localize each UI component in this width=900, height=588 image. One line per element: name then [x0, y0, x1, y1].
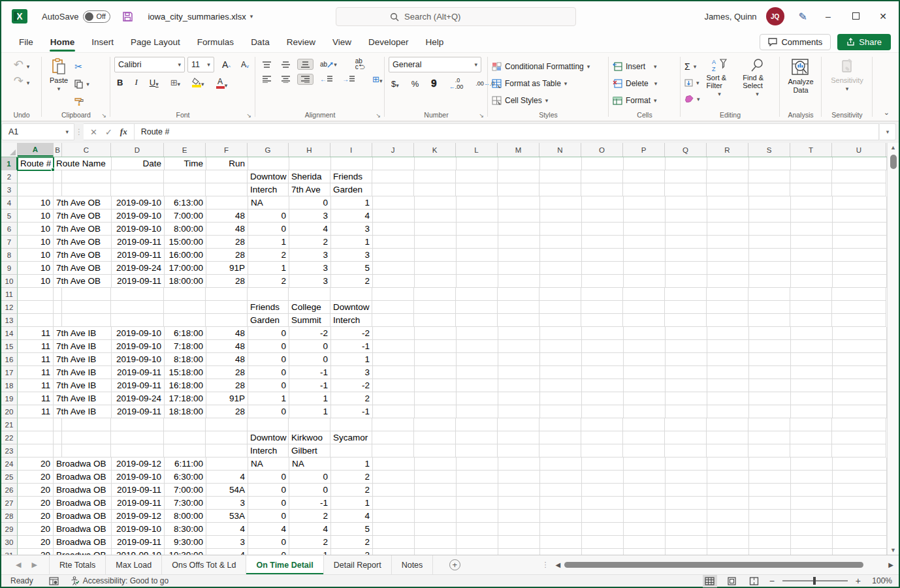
cell-Q11[interactable] — [665, 288, 707, 301]
cell-Q23[interactable] — [665, 444, 707, 457]
cell-T14[interactable] — [791, 327, 833, 340]
tab-insert[interactable]: Insert — [83, 33, 122, 51]
cell-L20[interactable] — [457, 405, 498, 418]
cell-R28[interactable] — [707, 510, 749, 523]
cell-T18[interactable] — [791, 379, 833, 392]
cell-A9[interactable]: 10 — [18, 262, 54, 275]
cell-F23[interactable] — [206, 444, 248, 457]
cell-P10[interactable] — [624, 275, 666, 288]
cell-U22[interactable] — [832, 431, 886, 444]
clipboard-dialog-launcher[interactable]: ↘ — [101, 112, 106, 119]
row-header-18[interactable]: 18 — [1, 379, 18, 392]
cell-C2[interactable] — [62, 170, 111, 183]
cell-K26[interactable] — [415, 484, 457, 497]
cell-D1[interactable]: Date — [112, 157, 165, 170]
cell-N20[interactable] — [540, 405, 582, 418]
cell-T8[interactable] — [791, 249, 833, 262]
sheet-tab-detail-report[interactable]: Detail Report — [324, 555, 392, 574]
cell-N29[interactable] — [540, 523, 582, 536]
cell-B14[interactable]: 7th Ave IB — [54, 327, 112, 340]
font-color-button[interactable]: A ▾ — [214, 75, 231, 90]
cell-M24[interactable] — [498, 457, 540, 471]
cell-T9[interactable] — [791, 262, 833, 275]
font-dialog-launcher[interactable]: ↘ — [246, 112, 251, 119]
cell-A22[interactable] — [18, 431, 54, 444]
cell-N19[interactable] — [540, 392, 582, 405]
conditional-formatting-button[interactable]: Conditional Formatting▾ — [492, 59, 605, 73]
cell-Q28[interactable] — [666, 510, 707, 523]
cell-D5[interactable]: 2019-09-10 — [112, 209, 165, 223]
cell-H18[interactable]: -1 — [289, 379, 331, 392]
row-header-26[interactable]: 26 — [1, 484, 18, 497]
cell-H16[interactable]: 0 — [289, 353, 331, 366]
cell-S19[interactable] — [749, 392, 791, 405]
cell-D28[interactable]: 2019-09-12 — [112, 510, 165, 523]
cell-S27[interactable] — [749, 497, 791, 510]
cell-R11[interactable] — [707, 288, 748, 301]
cell-S17[interactable] — [749, 366, 791, 379]
cell-T6[interactable] — [791, 223, 833, 236]
cell-G19[interactable]: 1 — [248, 392, 289, 405]
cell-O1[interactable] — [582, 157, 624, 170]
cell-R9[interactable] — [707, 262, 749, 275]
increase-decimal-button[interactable]: ←.0.00 — [447, 76, 466, 91]
cell-D2[interactable] — [111, 170, 164, 183]
increase-indent-button[interactable]: → — [340, 74, 358, 84]
font-size-select[interactable]: 11▾ — [187, 57, 214, 72]
cell-D13[interactable] — [111, 314, 164, 327]
cell-N15[interactable] — [540, 340, 582, 353]
cell-E2[interactable] — [164, 170, 206, 183]
cell-H21[interactable] — [289, 418, 330, 431]
cell-F9[interactable]: 91P — [206, 262, 248, 275]
cell-U28[interactable] — [833, 510, 887, 523]
cell-E13[interactable] — [164, 314, 206, 327]
cell-P20[interactable] — [624, 405, 666, 418]
cell-G3[interactable]: Interch — [248, 183, 289, 196]
close-button[interactable]: ✕ — [876, 11, 890, 22]
cell-I24[interactable]: 1 — [331, 457, 373, 471]
cell-R5[interactable] — [707, 209, 749, 223]
cell-P14[interactable] — [624, 327, 666, 340]
cell-R22[interactable] — [707, 431, 748, 444]
cell-G2[interactable]: Downtow — [248, 170, 289, 183]
normal-view-button[interactable] — [703, 575, 717, 587]
cell-R27[interactable] — [707, 497, 749, 510]
cell-K4[interactable] — [415, 196, 457, 209]
cell-S5[interactable] — [749, 209, 791, 223]
cell-I28[interactable]: 4 — [331, 510, 373, 523]
cell-Q14[interactable] — [666, 327, 707, 340]
cell-I4[interactable]: 1 — [331, 196, 373, 209]
row-header-10[interactable]: 10 — [1, 275, 18, 288]
cell-M22[interactable] — [498, 431, 539, 444]
cell-K17[interactable] — [415, 366, 457, 379]
column-header-N[interactable]: N — [539, 143, 581, 157]
cell-Q12[interactable] — [665, 301, 707, 314]
accounting-format-button[interactable]: $ ▾ — [389, 78, 402, 90]
cell-A21[interactable] — [18, 418, 54, 431]
alignment-dialog-launcher[interactable]: ↘ — [376, 112, 381, 119]
cell-G4[interactable]: NA — [248, 196, 289, 209]
cell-Q19[interactable] — [666, 392, 707, 405]
cell-G29[interactable]: 4 — [248, 523, 289, 536]
cell-B29[interactable]: Broadwa OB — [54, 523, 112, 536]
cell-Q1[interactable] — [666, 157, 707, 170]
row-header-31[interactable]: 31 — [1, 549, 18, 555]
cell-J5[interactable] — [373, 209, 415, 223]
cell-Q16[interactable] — [666, 353, 707, 366]
sort-filter-button[interactable]: AZ Sort & Filter▾ — [703, 57, 737, 106]
cell-U9[interactable] — [833, 262, 887, 275]
cell-B7[interactable]: 7th Ave OB — [54, 236, 112, 249]
row-header-7[interactable]: 7 — [1, 236, 18, 249]
cell-J22[interactable] — [372, 431, 414, 444]
cell-I10[interactable]: 2 — [331, 275, 373, 288]
cell-S30[interactable] — [749, 536, 791, 549]
cell-K29[interactable] — [415, 523, 457, 536]
cell-B19[interactable]: 7th Ave IB — [54, 392, 112, 405]
hscroll-right-icon[interactable]: ▶ — [888, 561, 893, 568]
cell-M15[interactable] — [498, 340, 540, 353]
cell-Q10[interactable] — [666, 275, 707, 288]
cell-P7[interactable] — [624, 236, 666, 249]
cell-I19[interactable]: 2 — [331, 392, 373, 405]
cell-U27[interactable] — [833, 497, 887, 510]
cell-G10[interactable]: 2 — [248, 275, 289, 288]
